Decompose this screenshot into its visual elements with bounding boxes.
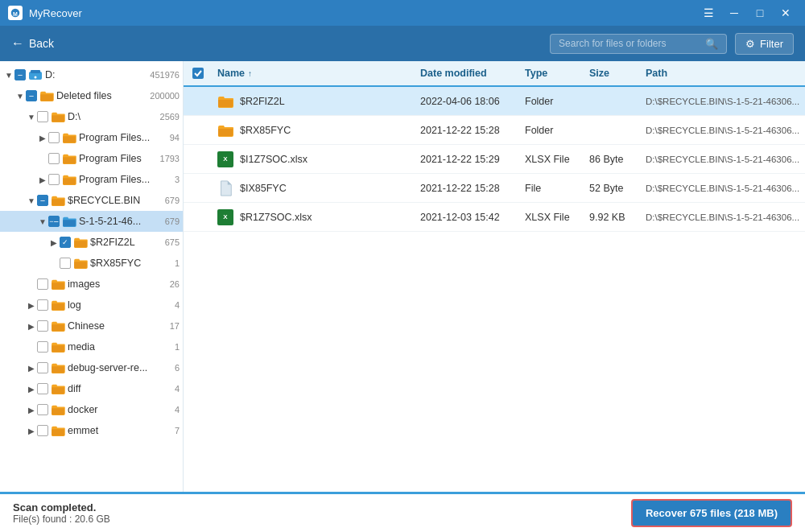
- back-button[interactable]: ← Back: [11, 36, 54, 51]
- maximize-button[interactable]: □: [749, 2, 771, 24]
- row-name-text: $IX85FYC: [240, 183, 287, 194]
- minimize-button[interactable]: ─: [723, 2, 745, 24]
- recycle-bin-checkbox[interactable]: [37, 195, 48, 206]
- header-check[interactable]: [184, 68, 213, 79]
- chevron-right-icon: [26, 320, 37, 332]
- hamburger-button[interactable]: ☰: [697, 2, 720, 24]
- sidebar-item-debug-server[interactable]: debug-server-re... 6: [0, 357, 183, 378]
- chinese-count: 17: [170, 321, 180, 331]
- sidebar-item-d-drive[interactable]: D: 451976: [0, 64, 183, 85]
- header-name[interactable]: Name ↑: [213, 68, 415, 79]
- chevron-down-icon: [14, 90, 26, 101]
- emmet-label: emmet: [68, 425, 171, 436]
- rx85fyc-checkbox[interactable]: [60, 258, 71, 269]
- deleted-files-label: Deleted files: [56, 90, 147, 101]
- docker-folder-icon: [51, 404, 65, 415]
- chevron-right-icon: [26, 383, 37, 394]
- table-row[interactable]: $IX85FYC 2021-12-22 15:28 File 52 Byte D…: [184, 174, 805, 203]
- sidebar-item-s-1-5-21[interactable]: − S-1-5-21-46... 679: [0, 211, 183, 232]
- sidebar-item-emmet[interactable]: emmet 7: [0, 420, 183, 441]
- program-files-3-checkbox[interactable]: [48, 174, 60, 185]
- r2fiz2l-checkbox[interactable]: [60, 237, 71, 248]
- sidebar-item-recycle-bin[interactable]: $RECYCLE.BIN 679: [0, 190, 183, 211]
- close-button[interactable]: ✕: [774, 2, 797, 24]
- debug-server-checkbox[interactable]: [37, 362, 48, 373]
- table-row[interactable]: X $I1Z7SOC.xlsx 2021-12-22 15:29 XLSX Fi…: [184, 145, 805, 174]
- d-root-label: D:\: [68, 111, 157, 122]
- back-label: Back: [29, 37, 54, 50]
- program-files-2-label: Program Files: [79, 153, 157, 164]
- docker-checkbox[interactable]: [37, 404, 48, 415]
- row-type: XLSX File: [520, 212, 584, 223]
- table-row[interactable]: $R2FIZ2L 2022-04-06 18:06 Folder D:\$REC…: [184, 87, 805, 116]
- search-icon: 🔍: [705, 38, 718, 50]
- d-root-checkbox[interactable]: [37, 111, 48, 122]
- sidebar-item-diff[interactable]: diff 4: [0, 378, 183, 399]
- log-checkbox[interactable]: [37, 299, 48, 311]
- sort-ascending-icon[interactable]: ↑: [248, 69, 252, 78]
- row-date: 2021-12-22 15:28: [415, 183, 520, 194]
- sidebar-item-media[interactable]: media 1: [0, 336, 183, 357]
- images-checkbox[interactable]: [37, 278, 48, 290]
- chevron-right-icon: [26, 299, 37, 311]
- emmet-checkbox[interactable]: [37, 425, 48, 436]
- table-row[interactable]: $RX85FYC 2021-12-22 15:28 Folder D:\$REC…: [184, 116, 805, 145]
- sidebar: D: 451976 Deleted files 200000 D:\ 2569: [0, 61, 184, 492]
- chevron-right-icon: [37, 132, 48, 143]
- program-files-1-checkbox[interactable]: [48, 132, 60, 143]
- diff-folder-icon: [51, 383, 65, 394]
- files-found-text: File(s) found : 20.6 GB: [13, 513, 110, 525]
- header-size[interactable]: Size: [584, 68, 641, 79]
- s121-count: 679: [165, 217, 180, 226]
- row-name-text: $I1Z7SOC.xlsx: [240, 154, 308, 165]
- sidebar-item-images[interactable]: images 26: [0, 274, 183, 295]
- xlsx-icon: X: [217, 151, 233, 167]
- deleted-files-checkbox[interactable]: [26, 90, 37, 101]
- filter-button[interactable]: ⚙ Filter: [735, 33, 794, 55]
- media-checkbox[interactable]: [37, 341, 48, 353]
- rx85fyc-label: $RX85FYC: [90, 258, 171, 269]
- date-column-label: Date modified: [420, 68, 487, 79]
- app-icon: M: [8, 6, 23, 20]
- sidebar-item-log[interactable]: log 4: [0, 295, 183, 315]
- no-chevron: [26, 341, 37, 353]
- header-checkbox[interactable]: [192, 68, 204, 79]
- program-files-2-checkbox[interactable]: [48, 153, 60, 164]
- header-date[interactable]: Date modified: [415, 68, 520, 79]
- sidebar-item-chinese[interactable]: Chinese 17: [0, 315, 183, 336]
- row-date: 2021-12-03 15:42: [415, 212, 520, 223]
- rx85fyc-count: 1: [175, 258, 180, 268]
- svg-point-4: [35, 76, 37, 79]
- row-path: D:\$RECYCLE.BIN\S-1-5-21-46306...: [641, 97, 805, 106]
- program-files-3-label: Program Files...: [79, 174, 171, 185]
- row-type: Folder: [520, 96, 584, 107]
- images-folder-icon: [51, 278, 65, 290]
- table-row[interactable]: X $R1Z7SOC.xlsx 2021-12-03 15:42 XLSX Fi…: [184, 203, 805, 232]
- sidebar-item-program-files-1[interactable]: Program Files... 94: [0, 127, 183, 148]
- sidebar-item-r2fiz2l[interactable]: $R2FIZ2L 675: [0, 232, 183, 253]
- search-input[interactable]: [559, 38, 700, 49]
- chinese-folder-icon: [51, 320, 65, 332]
- chevron-right-icon: [37, 174, 48, 185]
- chinese-checkbox[interactable]: [37, 320, 48, 332]
- s121-checkbox[interactable]: −: [48, 216, 60, 227]
- header-type[interactable]: Type: [520, 68, 584, 79]
- sidebar-item-rx85fyc[interactable]: $RX85FYC 1: [0, 253, 183, 274]
- sidebar-item-program-files-3[interactable]: Program Files... 3: [0, 169, 183, 190]
- diff-checkbox[interactable]: [37, 383, 48, 394]
- row-path: D:\$RECYCLE.BIN\S-1-5-21-46306...: [641, 212, 805, 222]
- d-drive-checkbox[interactable]: [14, 69, 26, 80]
- sidebar-item-docker[interactable]: docker 4: [0, 399, 183, 420]
- recover-button[interactable]: Recover 675 files (218 MB): [631, 499, 792, 527]
- media-folder-icon: [51, 341, 65, 353]
- row-type: File: [520, 183, 584, 194]
- filter-label: Filter: [760, 38, 783, 50]
- search-box[interactable]: 🔍: [550, 34, 727, 54]
- row-name: $IX85FYC: [213, 180, 415, 196]
- sidebar-item-d-root[interactable]: D:\ 2569: [0, 106, 183, 127]
- sidebar-item-program-files-2[interactable]: Program Files 1793: [0, 148, 183, 169]
- sidebar-item-deleted-files[interactable]: Deleted files 200000: [0, 85, 183, 106]
- program-files-3-count: 3: [175, 175, 180, 184]
- header-path[interactable]: Path: [641, 68, 805, 79]
- chevron-down-icon: [37, 216, 48, 227]
